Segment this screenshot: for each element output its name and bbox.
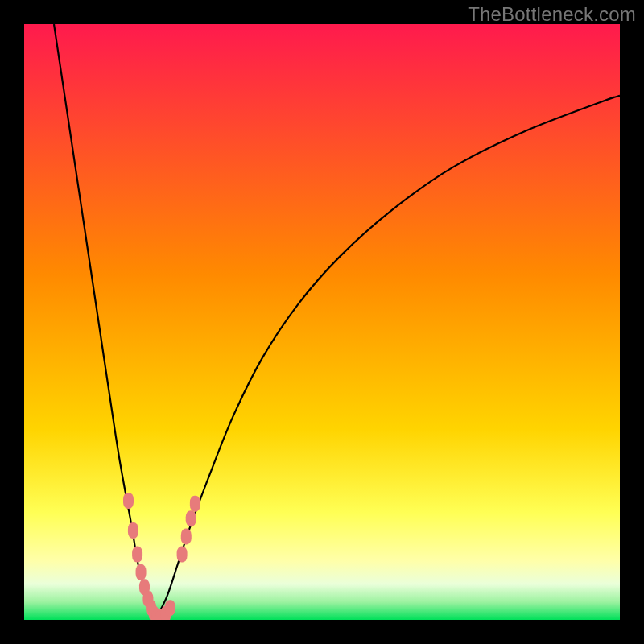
data-marker xyxy=(165,600,175,616)
bottleneck-curve-right-branch xyxy=(155,96,620,620)
data-marker xyxy=(123,493,134,509)
curve-layer xyxy=(24,24,620,620)
data-marker xyxy=(132,547,142,563)
bottleneck-curve-left-branch xyxy=(54,24,155,620)
data-marker xyxy=(136,564,147,580)
data-marker xyxy=(190,496,200,512)
watermark-text: TheBottleneck.com xyxy=(468,3,636,26)
plot-area xyxy=(24,24,620,620)
data-marker xyxy=(186,510,196,526)
data-marker xyxy=(181,528,192,544)
chart-frame: TheBottleneck.com xyxy=(0,0,644,644)
data-marker xyxy=(177,547,188,563)
data-marker xyxy=(128,522,138,539)
